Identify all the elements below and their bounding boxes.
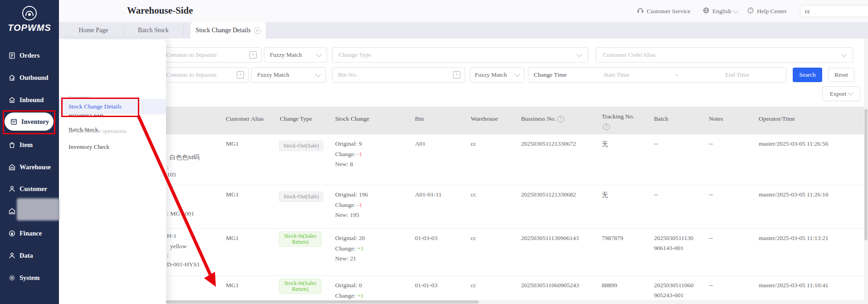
cell-batch: 2025030511060	[654, 282, 693, 289]
brand-logo-text: TOPWMS	[0, 23, 59, 33]
customer-code-select[interactable]: Customer Code/Alias	[596, 47, 853, 63]
product-fragment: 105	[167, 171, 176, 178]
change-type-select[interactable]: Change Type	[332, 47, 588, 63]
end-time-field[interactable]: End Time	[725, 71, 749, 78]
stock-label: New:	[335, 255, 348, 262]
stock-label: Change:	[335, 201, 356, 208]
cell-tracking-no: 无	[602, 140, 608, 148]
tab-label: Stock Change Details	[195, 27, 250, 34]
column-header-tracking-no: Tracking No.	[602, 112, 642, 132]
sidebar-item-orders[interactable]: Orders	[0, 49, 59, 62]
sidebar-item-item[interactable]: Item	[0, 138, 59, 152]
headset-icon	[637, 7, 644, 16]
tab-home-page[interactable]: Home Page	[63, 22, 123, 39]
vertical-scrollbar[interactable]	[864, 39, 868, 304]
item-filter-field-2[interactable]	[166, 71, 233, 78]
match-mode-select-1[interactable]: Fuzzy Match	[264, 47, 327, 63]
item-filter-field[interactable]	[166, 51, 246, 59]
sidebar-item-label: System	[20, 274, 39, 282]
column-header-label: Tracking No.	[602, 113, 634, 120]
search-button[interactable]: Search	[793, 68, 822, 82]
scrollbar-thumb[interactable]	[864, 109, 868, 240]
tab-stock-change-details[interactable]: Stock Change Details	[190, 22, 266, 39]
sidebar-item-label: Customer	[20, 185, 47, 193]
match-mode-select-2[interactable]: Fuzzy Match	[251, 67, 326, 83]
chevron-down-icon	[733, 8, 739, 14]
language-switcher[interactable]: English	[702, 6, 738, 17]
tab-batch-stock[interactable]: Batch Stock	[123, 22, 183, 39]
table-header: Customer Alias Change Type Stock Change …	[160, 107, 864, 134]
batch-input-icon[interactable]	[249, 51, 257, 59]
reset-button[interactable]: Reset	[828, 68, 854, 82]
table-row[interactable]: H-1 yellow : D-001-HYS1 MG1 Stock-In(Sal…	[160, 228, 864, 276]
sidebar-item-finance[interactable]: Finance	[0, 226, 59, 240]
change-time-range-picker[interactable]: Change Time Start Time - End Time	[528, 67, 786, 83]
sidebar-item-label: Item	[20, 141, 33, 149]
customer-service-link[interactable]: Customer Service	[637, 6, 690, 17]
cell-batch: --	[654, 191, 658, 198]
data-icon	[8, 252, 16, 260]
cell-tracking-no: 7987879	[602, 235, 623, 242]
tab-separator	[183, 26, 184, 35]
top-header: Warehouse-Side Customer Service English	[59, 0, 868, 22]
table-row[interactable]: 白色色M码 : 105 MG1 Stock-Out(Sale) Original…	[160, 134, 864, 185]
cell-batch: 2025030511130	[654, 235, 693, 242]
export-label: Export	[830, 90, 847, 98]
sidebar-item-inbound[interactable]: Inbound	[0, 93, 59, 107]
batch-input-icon[interactable]	[453, 71, 460, 78]
sidebar-item-data[interactable]: Data	[0, 249, 59, 262]
cell-bin: A01-01-11	[415, 191, 442, 198]
table-row[interactable]: : MG1-001 MG1 Stock-Out(Sale) Original: …	[160, 185, 864, 229]
help-circle-icon[interactable]	[603, 123, 610, 130]
sidebar-item-system[interactable]: System	[0, 271, 59, 284]
export-button[interactable]: Export	[822, 86, 860, 101]
scrollbar-thumb[interactable]	[166, 300, 479, 304]
help-center-link[interactable]: ? Help Center	[747, 6, 787, 17]
help-circle-icon[interactable]	[557, 116, 564, 123]
stock-label: New:	[335, 161, 348, 167]
cell-notes: --	[709, 191, 713, 198]
account-select[interactable]: cc	[800, 5, 868, 17]
column-header-business-no: Bussiness No.	[521, 115, 564, 123]
column-header-operator-time: Operator/Time	[759, 115, 795, 123]
sidebar-item-label: Warehouse	[20, 163, 51, 171]
batch-input-icon[interactable]	[237, 71, 244, 78]
stock-original: 20	[359, 235, 365, 241]
sidebar-item-label: Data	[20, 252, 33, 260]
horizontal-scrollbar[interactable]	[59, 300, 864, 304]
menu-section-in-warehouse-operations: In-warehouse operations	[68, 127, 127, 135]
bin-no-input[interactable]	[332, 67, 465, 83]
bin-no-field[interactable]	[338, 71, 449, 78]
sidebar: TOPWMS Orders Outbound Inbound Inventory	[0, 0, 59, 304]
product-fragment: : MG1-001	[167, 210, 194, 217]
sidebar-item-label: Outbound	[20, 74, 49, 82]
tab-label: Home Page	[79, 27, 108, 34]
account-value: cc	[805, 8, 868, 15]
cell-notes: --	[709, 140, 713, 147]
stock-label: Change:	[335, 151, 356, 157]
redacted-label-blur	[17, 198, 59, 221]
stock-original: 9	[359, 140, 362, 147]
stock-change-value: -1	[357, 151, 362, 157]
warehouse-icon	[8, 163, 16, 171]
annotation-box-inventory	[3, 110, 55, 134]
stock-change-value: +1	[357, 245, 363, 252]
cell-customer-alias: MG1	[226, 191, 239, 198]
product-fragment: 白色色M码	[170, 153, 200, 162]
chevron-down-icon	[848, 90, 854, 96]
sidebar-item-warehouse[interactable]: Warehouse	[0, 160, 59, 174]
match-mode-value: Fuzzy Match	[257, 71, 316, 78]
column-header-bin: Bin	[415, 115, 424, 123]
column-header-customer-alias: Customer Alias	[226, 115, 264, 123]
match-mode-select-3[interactable]: Fuzzy Match	[470, 67, 524, 83]
stock-label: Original:	[335, 140, 357, 147]
cell-business-no: 2025030511060905243	[521, 282, 579, 289]
sidebar-item-outbound[interactable]: Outbound	[0, 71, 59, 84]
column-header-change-type: Change Type	[280, 115, 312, 123]
menu-item-inventory-check[interactable]: Inventory Check	[59, 139, 166, 155]
start-time-field[interactable]: Start Time	[604, 71, 629, 78]
cell-warehouse: cc	[471, 235, 476, 242]
inbound-icon	[8, 96, 16, 104]
close-icon[interactable]	[254, 27, 261, 34]
sidebar-item-customer[interactable]: Customer	[0, 182, 59, 196]
